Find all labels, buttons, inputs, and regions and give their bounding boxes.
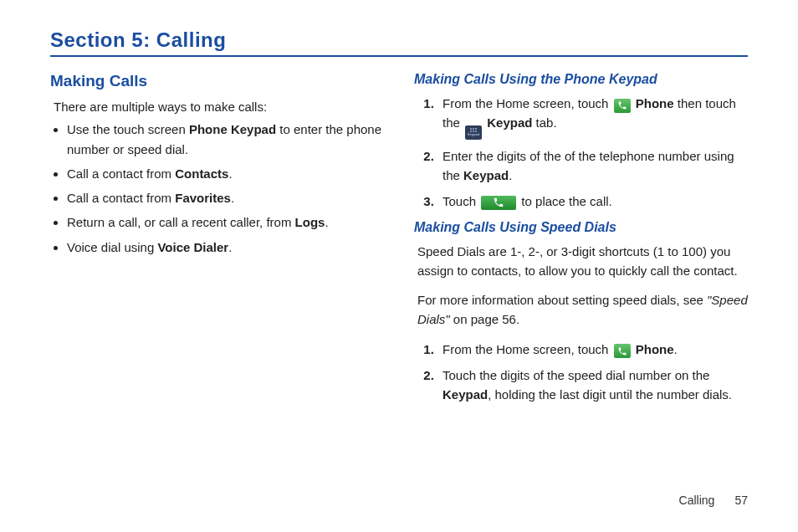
bullet-text: . — [228, 240, 232, 254]
phone-handset-icon — [614, 99, 631, 113]
phone-handset-icon — [614, 344, 631, 358]
making-calls-bullets: Use the touch screen Phone Keypad to ent… — [55, 120, 384, 257]
bullet-item: Return a call, or call a recent caller, … — [67, 212, 384, 232]
bullet-bold: Voice Dialer — [157, 240, 228, 254]
more-pre: For more information about setting speed… — [417, 293, 707, 307]
left-column: Making Calls There are multiple ways to … — [50, 72, 384, 412]
making-calls-heading: Making Calls — [50, 72, 384, 90]
step-item: From the Home screen, touch Phone then t… — [437, 94, 748, 140]
manual-page: Section 5: Calling Making Calls There ar… — [0, 0, 798, 532]
step-text: From the Home screen, touch — [442, 96, 612, 110]
bullet-text: . — [231, 191, 234, 205]
footer-section-label: Calling — [679, 494, 715, 507]
more-post: on page 56. — [450, 312, 519, 326]
making-calls-intro: There are multiple ways to make calls: — [54, 97, 384, 116]
step-text: to place the call. — [518, 194, 612, 208]
step-bold: Phone — [636, 342, 674, 356]
bullet-text: Return a call, or call a recent caller, … — [67, 215, 295, 229]
step-text: From the Home screen, touch — [442, 342, 612, 356]
bullet-text: Voice dial using — [67, 240, 157, 254]
footer-page-number: 57 — [734, 494, 748, 507]
bullet-item: Call a contact from Contacts. — [67, 164, 384, 183]
step-item: Touch to place the call. — [437, 192, 748, 211]
bullet-bold: Contacts — [175, 166, 228, 181]
step-text: tab. — [532, 115, 556, 130]
page-footer: Calling57 — [679, 494, 748, 507]
step-bold: Phone — [636, 96, 674, 110]
step-bold: Keypad — [487, 115, 532, 130]
step-bold: Keypad — [463, 168, 509, 182]
bullet-text: Use the touch screen — [67, 122, 189, 136]
bullet-bold: Phone Keypad — [189, 122, 276, 136]
right-column: Making Calls Using the Phone Keypad From… — [414, 72, 748, 412]
bullet-text: . — [228, 166, 232, 181]
keypad-tab-icon: Keypad — [465, 125, 482, 140]
keypad-heading: Making Calls Using the Phone Keypad — [414, 72, 748, 87]
step-text: Touch — [442, 194, 479, 208]
bullet-bold: Favorites — [175, 191, 231, 205]
step-item: Touch the digits of the speed dial numbe… — [437, 366, 748, 405]
section-divider — [50, 55, 748, 57]
step-item: Enter the digits of the of the telephone… — [437, 146, 748, 186]
speed-dial-intro: Speed Dials are 1-, 2-, or 3-digit short… — [417, 242, 748, 281]
bullet-item: Voice dial using Voice Dialer. — [67, 238, 384, 257]
section-title: Section 5: Calling — [50, 28, 748, 52]
bullet-text: Call a contact from — [67, 166, 175, 181]
step-text: , holding the last digit until the numbe… — [488, 387, 732, 402]
step-text: Touch the digits of the speed dial numbe… — [442, 368, 709, 382]
speed-dial-more: For more information about setting speed… — [417, 290, 748, 330]
bullet-bold: Logs — [295, 215, 325, 229]
two-column-layout: Making Calls There are multiple ways to … — [50, 72, 748, 412]
bullet-text: . — [325, 215, 328, 229]
speed-dial-heading: Making Calls Using Speed Dials — [414, 220, 748, 235]
step-item: From the Home screen, touch Phone. — [437, 340, 748, 359]
keypad-steps: From the Home screen, touch Phone then t… — [419, 94, 748, 212]
call-button-icon — [481, 196, 516, 210]
bullet-item: Use the touch screen Phone Keypad to ent… — [67, 120, 384, 159]
step-bold: Keypad — [442, 387, 488, 402]
speed-dial-steps: From the Home screen, touch Phone. Touch… — [419, 340, 748, 405]
step-text: . — [674, 342, 678, 356]
step-text: . — [509, 168, 512, 182]
bullet-item: Call a contact from Favorites. — [67, 188, 384, 207]
bullet-text: Call a contact from — [67, 191, 175, 205]
